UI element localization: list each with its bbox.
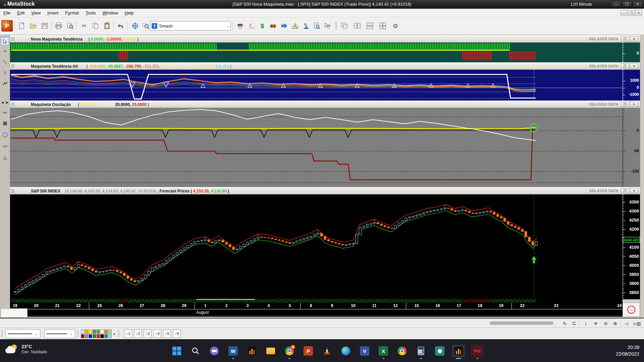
ellipse-tool[interactable]: ◯ bbox=[1, 130, 9, 138]
palette-dropdown-arrow[interactable]: ▾ bbox=[113, 332, 115, 336]
cascade-windows-button[interactable] bbox=[339, 21, 350, 31]
triangle-tool[interactable]: △ bbox=[1, 153, 9, 161]
panel-close-button[interactable]: ✕ bbox=[630, 102, 638, 107]
zoom-out-button[interactable]: ⊖ bbox=[602, 319, 610, 327]
period-button-5[interactable]: ⌁5 bbox=[163, 329, 171, 338]
color-swatch[interactable] bbox=[97, 334, 100, 339]
taskbar-icon-vlc[interactable] bbox=[321, 345, 333, 357]
taskbar-icon-file-explorer[interactable] bbox=[264, 345, 277, 357]
child-close-button[interactable]: ✕ bbox=[635, 10, 642, 15]
color-swatch[interactable] bbox=[81, 329, 85, 334]
panel-plot-2[interactable] bbox=[10, 70, 623, 101]
panel-restore-button[interactable]: ❐ bbox=[621, 63, 629, 69]
copy-button[interactable] bbox=[91, 21, 101, 31]
panel-restore-button[interactable]: ❐ bbox=[621, 102, 629, 107]
panel-header-grip[interactable] bbox=[11, 103, 14, 106]
taskbar-icon-excel[interactable]: X bbox=[377, 345, 390, 357]
refresh-button[interactable]: ↻ bbox=[561, 319, 569, 327]
page-left-button[interactable]: ◀ bbox=[623, 319, 631, 327]
panel-close-button[interactable]: ✕ bbox=[630, 188, 638, 193]
horizontal-scrollbar[interactable] bbox=[490, 321, 553, 325]
color-swatch[interactable] bbox=[100, 334, 104, 339]
taskbar-icon-chat-video[interactable] bbox=[208, 345, 221, 357]
tile-grid-button[interactable] bbox=[378, 21, 388, 31]
color-swatch[interactable] bbox=[108, 334, 112, 339]
color-swatch[interactable] bbox=[97, 329, 100, 334]
panel-close-button[interactable]: ✕ bbox=[630, 63, 638, 69]
panel-restore-button[interactable]: ❐ bbox=[621, 188, 629, 193]
vertical-scale-button[interactable]: ↕ bbox=[582, 319, 590, 327]
dollar-systems-button[interactable]: $ bbox=[257, 21, 267, 31]
crosshair-tool[interactable]: ＋ bbox=[1, 47, 9, 55]
taskbar-icon-edge[interactable] bbox=[339, 345, 352, 357]
menu-tools[interactable]: Tools bbox=[82, 9, 99, 15]
taskbar-icon-metastock[interactable] bbox=[246, 345, 258, 357]
panel-restore-button[interactable]: ❐ bbox=[621, 36, 629, 42]
zoom-box-button[interactable] bbox=[141, 21, 151, 31]
color-swatch[interactable] bbox=[85, 329, 89, 334]
color-swatch[interactable] bbox=[85, 334, 89, 339]
toolbar-grip[interactable] bbox=[77, 330, 78, 337]
options-gear-button[interactable]: ⚙ bbox=[390, 21, 400, 31]
menu-edit[interactable]: Edit bbox=[14, 9, 28, 15]
period-button-1[interactable]: ⌁1 bbox=[124, 329, 132, 338]
downloader-button[interactable] bbox=[290, 21, 300, 31]
pan-button[interactable]: ✛ bbox=[592, 319, 600, 327]
taskbar-icon-visio[interactable]: V bbox=[358, 345, 371, 357]
close-button[interactable]: ✕ bbox=[633, 1, 643, 7]
menu-help[interactable]: Help bbox=[121, 9, 137, 15]
open-button[interactable] bbox=[28, 21, 38, 31]
scroll-left[interactable]: ◂ bbox=[0, 98, 5, 106]
report-button[interactable] bbox=[312, 21, 322, 31]
power-console-button[interactable]: P bbox=[1, 20, 13, 32]
color-swatch[interactable] bbox=[81, 334, 85, 339]
taskbar-icon-chrome[interactable] bbox=[396, 345, 409, 357]
forecaster-button[interactable] bbox=[279, 21, 289, 31]
taskbar-icon-chrome-notify[interactable]: N bbox=[283, 345, 296, 357]
toolbar-grip[interactable] bbox=[335, 22, 337, 29]
menu-insert[interactable]: Insert bbox=[44, 9, 62, 15]
taskbar-weather[interactable]: 23°C Ger. Nublado bbox=[5, 344, 47, 357]
chart-list-button[interactable]: ▤ bbox=[635, 319, 643, 327]
expert-advisor-button[interactable] bbox=[235, 21, 245, 31]
line-weight-dropdown[interactable]: ⌄ bbox=[44, 329, 75, 338]
color-swatch[interactable] bbox=[89, 334, 92, 339]
new-chart-button[interactable] bbox=[17, 21, 27, 31]
grid-tool[interactable]: ▦ bbox=[1, 119, 9, 127]
undo-button[interactable] bbox=[116, 21, 126, 31]
template-combo[interactable]: f Smash ⌄ bbox=[150, 21, 231, 31]
print-button[interactable] bbox=[54, 21, 64, 31]
period-button-2[interactable]: ⌁2 bbox=[134, 329, 142, 338]
explorer-button[interactable] bbox=[268, 21, 278, 31]
panel-plot-4[interactable] bbox=[10, 194, 623, 299]
indicator-builder-button[interactable]: ƒ(x) bbox=[246, 21, 256, 31]
taskbar-icon-powerpoint[interactable]: P bbox=[302, 345, 315, 357]
rectangle-tool[interactable]: ▭ bbox=[1, 142, 9, 150]
child-restore-button[interactable]: ❐ bbox=[628, 10, 635, 15]
cut-button[interactable]: ✂ bbox=[79, 21, 89, 31]
color-swatch[interactable] bbox=[89, 329, 92, 334]
minimize-button[interactable]: — bbox=[611, 1, 621, 7]
maximize-button[interactable]: ❐ bbox=[622, 1, 632, 7]
panel-plot-1[interactable] bbox=[10, 43, 623, 62]
print-preview-button[interactable] bbox=[65, 21, 75, 31]
toolbar-grip[interactable] bbox=[1, 330, 3, 337]
panel-header-grip[interactable] bbox=[11, 37, 14, 41]
period-button-4[interactable]: ⌁4 bbox=[153, 329, 161, 338]
taskbar-icon-calculator[interactable] bbox=[415, 345, 427, 357]
tile-horizontal-button[interactable] bbox=[365, 21, 375, 31]
taskbar-icon-metastock-active[interactable] bbox=[452, 345, 465, 357]
trendline[interactable]: ＼ bbox=[1, 58, 9, 66]
line-style-dropdown[interactable]: ⌄ bbox=[5, 329, 40, 338]
taskbar-icon-pro-app[interactable]: Pro bbox=[471, 345, 484, 357]
polyline[interactable] bbox=[1, 79, 9, 87]
scroll-right[interactable]: ▸ bbox=[5, 98, 9, 106]
period-button-3[interactable]: ⌁3 bbox=[144, 329, 152, 338]
taskbar-icon-search[interactable] bbox=[189, 345, 202, 357]
zoom-in-button[interactable]: ⊕ bbox=[611, 319, 619, 327]
paste-button[interactable] bbox=[102, 21, 112, 31]
tile-vertical-button[interactable] bbox=[352, 21, 362, 31]
compress-c-button[interactable]: C bbox=[570, 319, 578, 327]
taskbar-clock[interactable]: 20:39 22/08/2022 bbox=[616, 344, 639, 357]
toolbar-grip[interactable] bbox=[118, 330, 119, 337]
